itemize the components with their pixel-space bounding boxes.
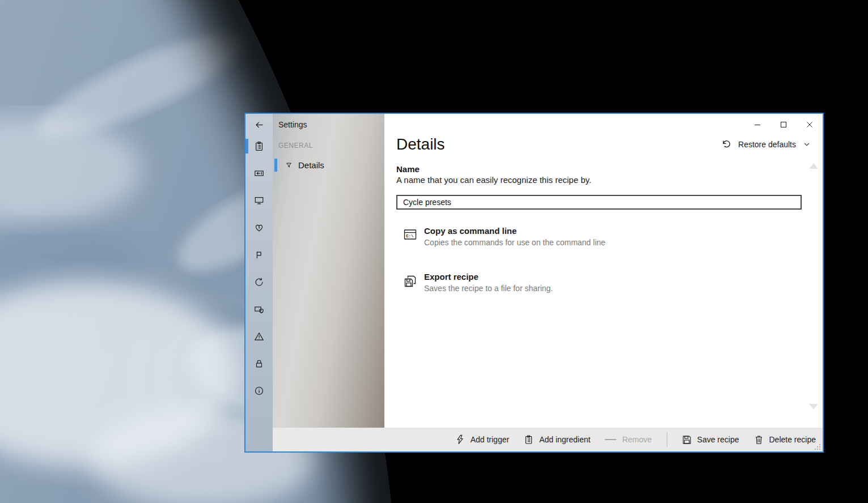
recipe-name-input[interactable] <box>396 195 802 210</box>
command-bar: Add trigger Add ingredient Remove Save r… <box>273 428 823 451</box>
close-icon <box>806 121 813 128</box>
chevron-down-icon <box>803 140 811 148</box>
delete-recipe-button[interactable]: Delete recipe <box>754 434 816 445</box>
settings-window: Settings GENERAL Details <box>244 113 824 453</box>
details-pane: Details Restore defaults Name A name tha… <box>384 114 823 428</box>
add-ingredient-label: Add ingredient <box>539 435 590 444</box>
icon-rail <box>245 114 273 451</box>
clipboard-icon <box>254 141 264 151</box>
rail-item-behavior[interactable] <box>245 214 273 241</box>
rail-item-security[interactable] <box>245 350 273 377</box>
rail-item-warnings[interactable] <box>245 323 273 350</box>
copy-as-command-line-subtitle: Copies the commands for use on the comma… <box>424 238 606 247</box>
window-title: Settings <box>278 120 307 129</box>
restore-defaults-label: Restore defaults <box>738 140 796 149</box>
rail-selection-indicator <box>245 139 248 154</box>
lightning-icon <box>455 434 465 445</box>
scroll-down-arrow[interactable] <box>809 404 818 410</box>
nav-item-label: Details <box>298 160 324 170</box>
export-recipe-button[interactable]: Export recipe Saves the recipe to a file… <box>404 272 553 293</box>
page-title: Details <box>396 135 445 154</box>
nav-section-general: GENERAL <box>278 142 313 150</box>
monitor-icon <box>254 195 264 206</box>
export-recipe-title: Export recipe <box>424 272 553 282</box>
save-recipe-button[interactable]: Save recipe <box>682 435 739 445</box>
name-field-description: A name that you can easily recognize thi… <box>396 175 591 185</box>
save-recipe-label: Save recipe <box>697 435 739 444</box>
warning-icon <box>254 331 264 342</box>
heart-icon <box>254 223 264 233</box>
trash-icon <box>754 434 764 445</box>
clipboard-icon <box>524 434 533 445</box>
window-controls <box>744 114 823 135</box>
save-floppy-icon <box>682 435 692 445</box>
restore-defaults-button[interactable]: Restore defaults <box>721 139 811 150</box>
rail-item-sync[interactable] <box>245 268 273 296</box>
desktop: Settings GENERAL Details <box>0 0 868 503</box>
flag-icon <box>254 250 264 260</box>
export-recipe-subtitle: Saves the recipe to a file for sharing. <box>424 284 553 293</box>
filter-icon <box>285 161 293 169</box>
svg-text:C:\: C:\ <box>406 234 414 238</box>
rail-item-input[interactable] <box>245 160 273 187</box>
device-shield-icon <box>254 304 264 314</box>
copy-as-command-line-title: Copy as command line <box>424 226 606 236</box>
sync-icon <box>254 277 264 287</box>
add-trigger-button[interactable]: Add trigger <box>455 434 509 445</box>
input-box-icon <box>254 168 264 178</box>
remove-label: Remove <box>622 435 651 444</box>
rail-item-about[interactable] <box>245 377 273 404</box>
export-floppy-icon <box>404 275 417 288</box>
command-bar-separator <box>667 432 667 447</box>
rail-item-privacy[interactable] <box>245 296 273 323</box>
copy-as-command-line-button[interactable]: C:\ Copy as command line Copies the comm… <box>404 226 606 247</box>
rail-item-flags[interactable] <box>245 241 273 268</box>
maximize-button[interactable] <box>770 114 797 135</box>
nav-pane: Settings GENERAL Details <box>273 114 384 428</box>
nav-selection-indicator <box>274 159 277 172</box>
back-arrow-icon <box>255 120 264 130</box>
minimize-icon <box>754 121 761 128</box>
scroll-up-arrow[interactable] <box>809 163 818 169</box>
rail-item-recipes[interactable] <box>245 133 273 160</box>
info-icon <box>254 386 264 396</box>
add-trigger-label: Add trigger <box>471 435 509 444</box>
dash-icon <box>605 438 616 441</box>
lock-icon <box>254 359 264 369</box>
remove-button: Remove <box>605 435 651 444</box>
maximize-icon <box>780 121 787 128</box>
delete-recipe-label: Delete recipe <box>769 435 816 444</box>
command-prompt-icon: C:\ <box>404 229 417 241</box>
name-field-label: Name <box>396 164 420 174</box>
rail-items <box>245 133 273 404</box>
close-button[interactable] <box>797 114 823 135</box>
nav-item-details[interactable]: Details <box>273 157 384 173</box>
undo-icon <box>721 139 731 150</box>
minimize-button[interactable] <box>744 114 770 135</box>
rail-item-display[interactable] <box>245 187 273 214</box>
add-ingredient-button[interactable]: Add ingredient <box>524 434 590 445</box>
resize-grip[interactable] <box>814 443 820 450</box>
